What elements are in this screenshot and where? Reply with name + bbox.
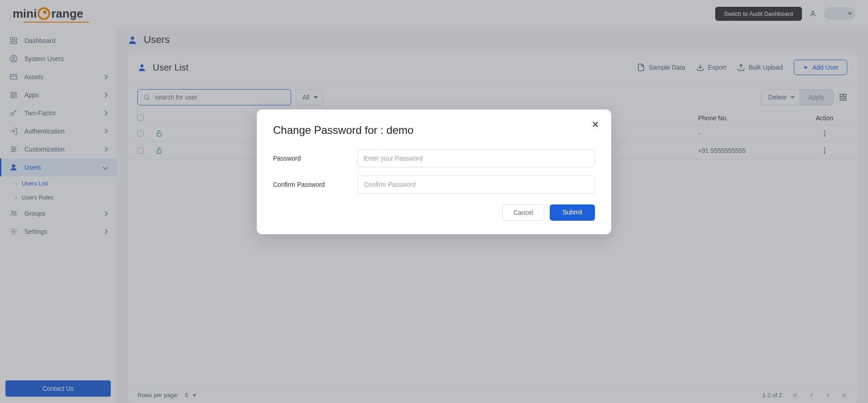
password-input[interactable] bbox=[357, 149, 595, 167]
confirm-password-label: Confirm Password bbox=[273, 181, 357, 188]
close-icon[interactable] bbox=[591, 120, 599, 128]
cancel-button[interactable]: Cancel bbox=[502, 204, 545, 221]
confirm-password-row: Confirm Password bbox=[273, 175, 595, 194]
modal-title: Change Password for : demo bbox=[273, 124, 595, 137]
password-row: Password bbox=[273, 149, 595, 167]
password-label: Password bbox=[273, 155, 357, 162]
confirm-password-input[interactable] bbox=[357, 175, 595, 194]
modal-actions: Cancel Submit bbox=[273, 204, 595, 221]
submit-button[interactable]: Submit bbox=[550, 204, 595, 221]
change-password-modal: Change Password for : demo Password Conf… bbox=[257, 109, 611, 234]
modal-overlay: Change Password for : demo Password Conf… bbox=[0, 0, 868, 403]
